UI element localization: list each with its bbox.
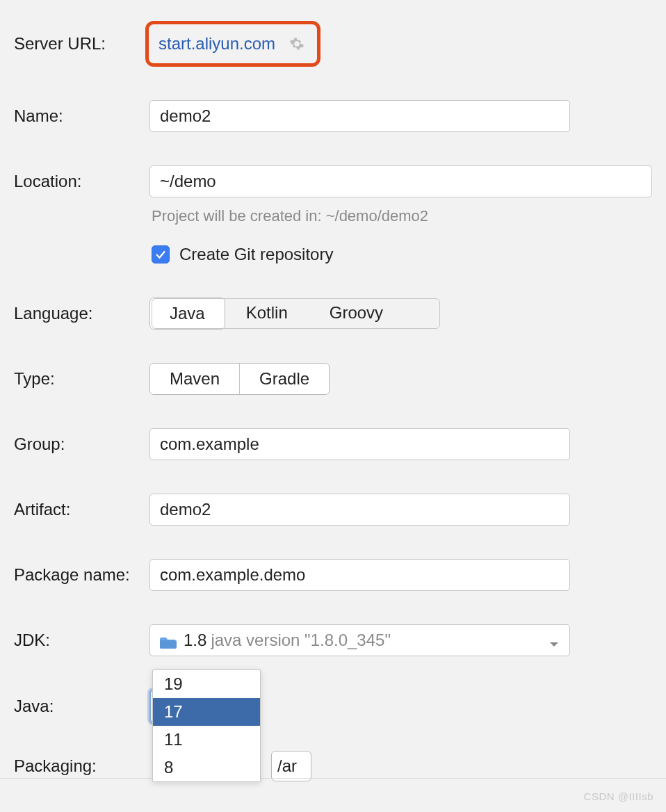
- language-segments: Java Kotlin Groovy: [149, 298, 404, 330]
- packaging-label: Packaging:: [14, 756, 149, 776]
- jdk-desc: java version "1.8.0_345": [211, 631, 391, 650]
- java-option-19[interactable]: 19: [153, 670, 260, 698]
- java-option-17[interactable]: 17: [153, 698, 260, 726]
- java-option-8[interactable]: 8: [153, 754, 260, 781]
- artifact-input[interactable]: [149, 494, 570, 526]
- folder-icon: [160, 633, 177, 647]
- type-segments: Maven Gradle: [149, 363, 330, 395]
- git-checkbox-label: Create Git repository: [179, 245, 333, 264]
- separator: [0, 778, 666, 779]
- language-label: Language:: [14, 304, 149, 323]
- git-checkbox[interactable]: [152, 245, 170, 263]
- packaging-option-partial[interactable]: /ar: [271, 751, 311, 781]
- group-label: Group:: [14, 435, 149, 454]
- language-option-kotlin[interactable]: Kotlin: [225, 298, 309, 330]
- package-name-label: Package name:: [14, 565, 149, 585]
- packaging-partial-text: /ar: [277, 756, 297, 776]
- jdk-label: JDK:: [14, 631, 149, 650]
- gear-icon[interactable]: [289, 36, 304, 51]
- language-option-java[interactable]: Java: [149, 298, 225, 330]
- location-input[interactable]: [149, 165, 652, 197]
- svg-rect-0: [160, 640, 177, 649]
- server-url-highlight: start.aliyun.com: [145, 21, 320, 67]
- watermark: CSDN @IIIIsb: [584, 790, 653, 802]
- package-name-input[interactable]: [149, 559, 570, 591]
- type-option-maven[interactable]: Maven: [150, 364, 240, 394]
- java-dropdown-popup: 19 17 11 8: [152, 669, 261, 782]
- jdk-dropdown[interactable]: 1.8 java version "1.8.0_345": [149, 624, 570, 656]
- name-label: Name:: [14, 106, 149, 126]
- location-hint: Project will be created in: ~/demo/demo2: [152, 207, 652, 225]
- server-url-label: Server URL:: [14, 34, 149, 54]
- location-label: Location:: [14, 172, 149, 191]
- java-label: Java:: [14, 697, 149, 716]
- type-option-gradle[interactable]: Gradle: [240, 364, 329, 394]
- group-input[interactable]: [149, 428, 570, 460]
- type-label: Type:: [14, 369, 149, 389]
- jdk-version: 1.8: [184, 631, 206, 650]
- server-url-link[interactable]: start.aliyun.com: [159, 34, 275, 54]
- java-option-11[interactable]: 11: [153, 726, 260, 754]
- language-option-groovy[interactable]: Groovy: [309, 298, 404, 330]
- name-input[interactable]: [149, 100, 570, 132]
- artifact-label: Artifact:: [14, 500, 149, 519]
- chevron-down-icon: [549, 635, 560, 646]
